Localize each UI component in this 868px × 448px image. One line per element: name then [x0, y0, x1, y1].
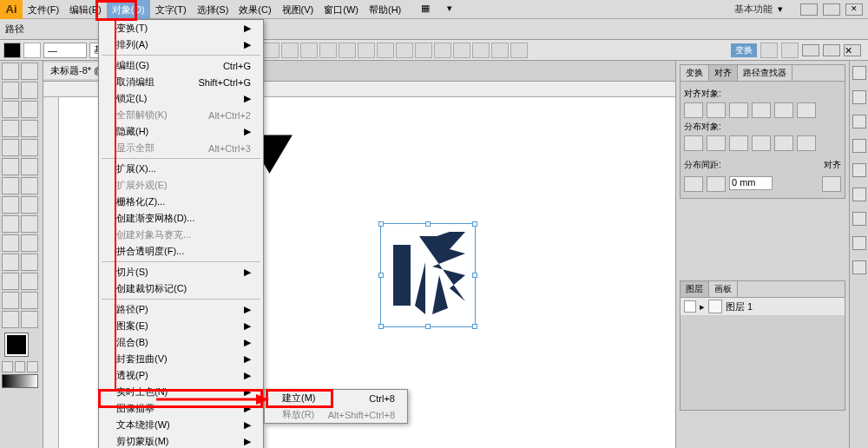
dropdown-icon[interactable]: ▾	[446, 2, 462, 17]
artwork-selected-char[interactable]	[389, 232, 467, 319]
tab-pathfinder[interactable]: 路径查找器	[738, 65, 792, 81]
pen-tool[interactable]	[2, 101, 19, 118]
align-icon[interactable]	[319, 43, 337, 58]
menu-item[interactable]: 剪切蒙版(M)▶	[99, 433, 263, 448]
tab-align[interactable]: 对齐	[709, 65, 738, 81]
blend-tool[interactable]	[21, 254, 38, 271]
align-top[interactable]	[752, 102, 771, 118]
menu-effect[interactable]: 效果(C)	[233, 0, 276, 19]
align-icon[interactable]	[339, 43, 356, 58]
dist-v-space[interactable]	[684, 176, 703, 192]
spacing-field[interactable]: 0 mm	[729, 176, 773, 190]
menu-view[interactable]: 视图(V)	[277, 0, 319, 19]
align-icon[interactable]	[281, 43, 299, 58]
free-transform-tool[interactable]	[21, 196, 38, 214]
menu-item[interactable]: 排列(A)▶	[99, 36, 263, 53]
menu-window[interactable]: 窗口(W)	[319, 0, 364, 19]
menu-item[interactable]: 拼合透明度(F)...	[99, 243, 263, 260]
eraser-tool[interactable]	[21, 158, 38, 175]
width-tool[interactable]	[2, 196, 19, 214]
dist-h-space[interactable]	[707, 176, 726, 192]
graph-tool[interactable]	[21, 273, 38, 290]
menu-item[interactable]: 混合(B)▶	[99, 334, 263, 351]
direct-selection-tool[interactable]	[21, 63, 38, 80]
menu-item[interactable]: 封套扭曲(V)▶	[99, 351, 263, 367]
menu-item[interactable]: 取消编组Shift+Ctrl+G	[99, 74, 263, 90]
menu-item[interactable]: 切片(S)▶	[99, 264, 263, 280]
dist-top[interactable]	[684, 135, 703, 151]
tab-transform[interactable]: 变换	[681, 65, 709, 81]
transparency-panel-icon[interactable]	[852, 212, 866, 226]
align-left[interactable]	[684, 102, 703, 118]
layout-icon[interactable]: ▦	[420, 2, 436, 17]
rectangle-tool[interactable]	[21, 120, 38, 137]
menu-item[interactable]: 文本绕排(W)▶	[99, 417, 263, 433]
align-icon[interactable]	[453, 43, 470, 58]
rotate-tool[interactable]	[2, 177, 19, 194]
maximize-button[interactable]	[823, 3, 840, 16]
menu-file[interactable]: 文件(F)	[23, 0, 64, 19]
menu-item[interactable]: 编组(G)Ctrl+G	[99, 57, 263, 74]
stroke-swatch[interactable]	[23, 43, 41, 58]
menu-item[interactable]: 图像描摹▶	[99, 400, 263, 417]
appearance-panel-icon[interactable]	[852, 236, 866, 250]
pencil-tool[interactable]	[21, 139, 38, 156]
menu-item[interactable]: 创建对象马赛克...	[99, 227, 263, 243]
menu-edit[interactable]: 编辑(E)	[64, 0, 107, 19]
menu-item[interactable]: 全部解锁(K)Alt+Ctrl+2	[99, 107, 263, 123]
menu-item[interactable]: 路径(P)▶	[99, 301, 263, 318]
menu-item[interactable]: 图案(E)▶	[99, 318, 263, 334]
align-icon[interactable]	[472, 43, 490, 58]
align-right[interactable]	[729, 102, 748, 118]
menu-select[interactable]: 选择(S)	[192, 0, 234, 19]
gradient-mode[interactable]	[15, 361, 26, 372]
menu-item[interactable]: 栅格化(Z)...	[99, 194, 263, 210]
menu-item[interactable]: 扩展(X)...	[99, 161, 263, 177]
menu-item[interactable]: 变换(T)▶	[99, 20, 263, 36]
menu-item[interactable]: 创建裁切标记(C)	[99, 280, 263, 297]
align-icon[interactable]	[434, 43, 451, 58]
menu-help[interactable]: 帮助(H)	[364, 0, 406, 19]
color-panel-icon[interactable]	[852, 66, 866, 80]
align-icon[interactable]	[358, 43, 375, 58]
none-mode[interactable]	[27, 361, 38, 372]
align-icon[interactable]	[396, 43, 413, 58]
lasso-tool[interactable]	[21, 82, 38, 99]
align-hcenter[interactable]	[707, 102, 726, 118]
menu-item[interactable]: 显示全部Alt+Ctrl+3	[99, 140, 263, 156]
shape-builder-tool[interactable]	[2, 215, 19, 233]
doc-min-button[interactable]	[802, 44, 819, 56]
menu-item[interactable]: 锁定(L)▶	[99, 90, 263, 107]
hand-tool[interactable]	[2, 311, 19, 328]
dist-left[interactable]	[752, 135, 771, 151]
align-icon[interactable]	[300, 43, 318, 58]
align-icon[interactable]	[415, 43, 432, 58]
tab-layers[interactable]: 图层	[681, 281, 709, 297]
swatches-panel-icon[interactable]	[852, 90, 866, 104]
brush-tool[interactable]	[2, 139, 19, 156]
line-tool[interactable]	[2, 120, 19, 137]
align-bottom[interactable]	[797, 102, 816, 118]
layer-name[interactable]: 图层 1	[726, 300, 753, 313]
align-icon[interactable]	[262, 43, 279, 58]
align-icon[interactable]	[510, 43, 528, 58]
submenu-item[interactable]: 建立(M)Ctrl+8	[265, 390, 407, 406]
stroke-weight[interactable]: —	[43, 43, 87, 58]
dist-hcenter[interactable]	[774, 135, 793, 151]
dist-bottom[interactable]	[729, 135, 748, 151]
eyedropper-tool[interactable]	[2, 254, 19, 271]
align-icon[interactable]	[377, 43, 394, 58]
doc-close-button[interactable]: ✕	[844, 44, 861, 56]
menu-item[interactable]: 透视(P)▶	[99, 367, 263, 384]
screen-mode[interactable]	[2, 374, 38, 388]
brushes-panel-icon[interactable]	[852, 115, 866, 128]
zoom-tool[interactable]	[21, 311, 38, 328]
tab-artboards[interactable]: 画板	[709, 281, 738, 297]
blob-brush-tool[interactable]	[2, 158, 19, 175]
dist-right[interactable]	[797, 135, 816, 151]
menu-object[interactable]: 对象(O)	[107, 0, 150, 19]
type-tool[interactable]	[21, 101, 38, 118]
graphic-styles-panel-icon[interactable]	[852, 260, 866, 274]
layer-row[interactable]: ▸ 图层 1	[681, 298, 845, 316]
doc-max-button[interactable]	[823, 44, 840, 56]
